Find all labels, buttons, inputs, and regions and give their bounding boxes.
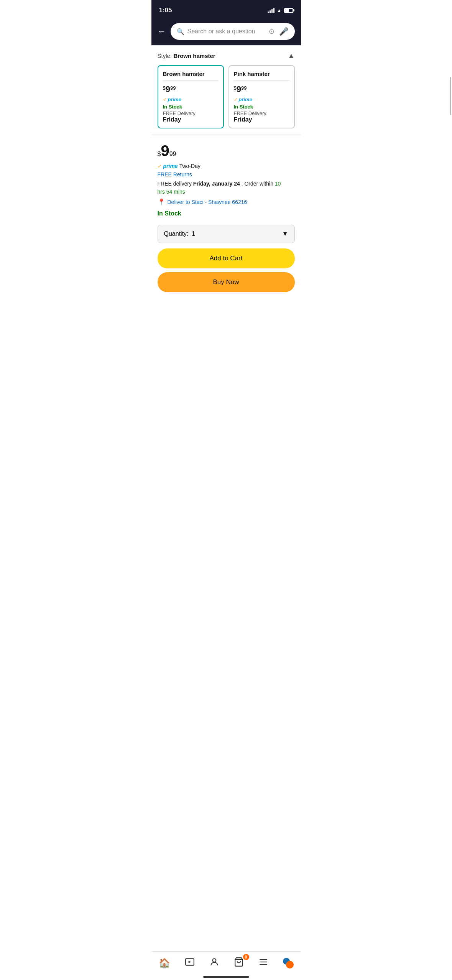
add-to-cart-button[interactable]: Add to Cart [158, 248, 295, 268]
in-stock-main: In Stock [158, 210, 295, 217]
search-icon: 🔍 [177, 28, 184, 35]
brown-prime-badge: ✓ prime [163, 97, 219, 102]
deliver-to[interactable]: 📍 Deliver to Staci - Shawnee 66216 [158, 198, 295, 206]
pink-card-price: $999 [234, 84, 289, 94]
quantity-chevron-icon: ▼ [282, 230, 288, 237]
pink-delivery-day: Friday [234, 116, 289, 123]
quantity-dropdown[interactable]: Quantity: 1 ▼ [158, 225, 295, 243]
delivery-text: FREE delivery [158, 181, 192, 187]
price-section: $999 ✓ prime Two-Day FREE Returns FREE d… [151, 135, 301, 225]
style-header: Style: Brown hamster ▲ [158, 52, 295, 60]
style-card-brown[interactable]: Brown hamster $999 ✓ prime In Stock FREE… [158, 65, 224, 128]
pink-in-stock: In Stock [234, 104, 289, 110]
prime-check-icon: ✓ [158, 163, 162, 169]
status-bar: 1:05 ▲ [151, 0, 301, 19]
style-chevron-icon[interactable]: ▲ [288, 52, 295, 60]
status-time: 1:05 [159, 7, 172, 14]
style-label-group: Style: Brown hamster [158, 53, 215, 59]
pink-prime-badge: ✓ prime [234, 97, 289, 102]
price-integer: 9 [161, 143, 169, 158]
style-label: Style: [158, 53, 172, 59]
prime-two-day-label: Two-Day [179, 163, 201, 169]
order-within-text: . Order within [242, 181, 273, 187]
price-cents: 99 [169, 151, 176, 157]
camera-icon[interactable]: ⊙ [269, 27, 274, 36]
buy-now-button[interactable]: Buy Now [158, 272, 295, 292]
style-cards: Brown hamster $999 ✓ prime In Stock FREE… [158, 65, 295, 135]
style-card-pink[interactable]: Pink hamster $999 ✓ prime In Stock FREE … [228, 65, 295, 128]
brown-card-price: $999 [163, 84, 219, 94]
brown-card-title: Brown hamster [163, 71, 219, 81]
style-section: Style: Brown hamster ▲ Brown hamster $99… [151, 46, 301, 135]
search-bar-container: ← 🔍 Search or ask a question ⊙ 🎤 [151, 19, 301, 45]
style-selected-text: Brown hamster [173, 53, 215, 59]
wifi-icon: ▲ [277, 8, 282, 13]
mic-icon[interactable]: 🎤 [279, 27, 289, 36]
free-returns[interactable]: FREE Returns [158, 171, 295, 178]
location-pin-icon: 📍 [158, 198, 165, 206]
delivery-info: FREE delivery Friday, January 24 . Order… [158, 180, 295, 196]
signal-icon [268, 8, 274, 13]
status-icons: ▲ [268, 8, 293, 13]
purchase-section: Quantity: 1 ▼ Add to Cart Buy Now [151, 225, 301, 331]
brown-delivery-day: Friday [163, 116, 219, 123]
search-input[interactable]: Search or ask a question [187, 28, 266, 35]
pink-free-delivery: FREE Delivery [234, 110, 289, 116]
battery-icon [284, 8, 293, 13]
quantity-value: 1 [192, 230, 195, 237]
pink-card-title: Pink hamster [234, 71, 289, 81]
price-dollar-sign: $ [158, 151, 161, 157]
brown-free-delivery: FREE Delivery [163, 110, 219, 116]
deliver-to-label: Deliver to Staci - Shawnee 66216 [168, 199, 247, 205]
prime-two-day: ✓ prime Two-Day [158, 163, 295, 169]
main-price-display: $999 [158, 143, 295, 158]
prime-logo-text: prime [163, 163, 178, 169]
delivery-date: Friday, January 24 [193, 181, 240, 187]
search-input-wrapper[interactable]: 🔍 Search or ask a question ⊙ 🎤 [171, 23, 295, 40]
brown-in-stock: In Stock [163, 104, 219, 110]
back-button[interactable]: ← [158, 26, 166, 36]
quantity-label: Quantity: 1 [164, 230, 195, 237]
